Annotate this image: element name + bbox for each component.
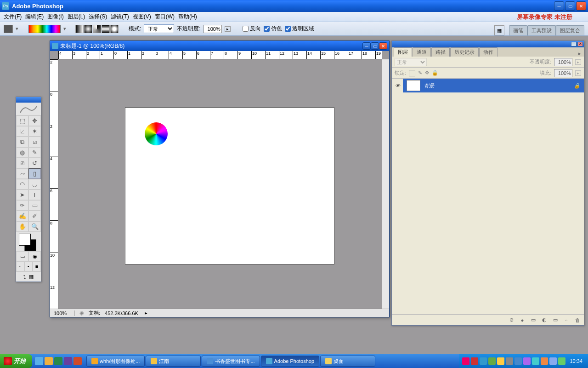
tool-zoom[interactable]: 🔍 (28, 221, 41, 232)
tray-icon[interactable] (506, 357, 513, 365)
menu-help[interactable]: 帮助(H) (176, 12, 199, 22)
tool-shape[interactable]: ▭ (28, 200, 41, 211)
panel-minimize[interactable]: ─ (571, 42, 577, 46)
tool-slice[interactable]: ⧄ (28, 137, 41, 147)
minimize-button[interactable]: ─ (554, 1, 564, 11)
new-layer-icon[interactable]: ▫ (563, 317, 570, 323)
palette-well-icon[interactable]: ▦ (494, 25, 504, 35)
start-button[interactable]: 开始 (0, 354, 32, 368)
ql-app2-icon[interactable] (64, 357, 72, 365)
panel-menu-icon[interactable]: ▸ (576, 51, 584, 57)
group-icon[interactable]: ▭ (552, 317, 559, 323)
layer-style-icon[interactable]: ● (519, 317, 526, 323)
taskbar-clock[interactable]: 10:34 (567, 358, 585, 364)
gradient-radial[interactable] (84, 25, 92, 33)
tray-icon[interactable] (462, 357, 469, 365)
layer-opacity-input[interactable] (554, 58, 572, 66)
taskbar-button[interactable]: 书香盛世图书专... (202, 356, 260, 367)
tray-icon[interactable] (523, 357, 531, 365)
delete-layer-icon[interactable]: 🗑 (574, 317, 581, 323)
foreground-background-swatches[interactable] (16, 232, 41, 251)
tool-crop[interactable]: ⧉ (16, 137, 28, 147)
panel-close[interactable]: ✕ (577, 42, 583, 46)
ruler-horizontal[interactable]: 432101234567891011121314151617181920 (58, 51, 382, 59)
tray-icon[interactable] (541, 357, 548, 365)
tab-actions[interactable]: 动作 (479, 47, 498, 57)
doc-scrollbar-vertical[interactable] (382, 59, 389, 309)
tool-preset-picker[interactable] (4, 25, 13, 33)
taskbar-button[interactable]: 江南 (146, 356, 201, 367)
ql-folder-icon[interactable] (45, 357, 53, 365)
tab-layer-comps[interactable]: 图层复合 (556, 25, 584, 35)
ql-app1-icon[interactable] (54, 357, 62, 365)
taskbar-button[interactable]: whh/图形图像处... (86, 356, 145, 367)
doc-minimize[interactable]: ─ (362, 42, 371, 50)
menu-edit[interactable]: 编辑(E) (23, 12, 45, 22)
opacity-input[interactable] (204, 25, 222, 33)
tray-icon[interactable] (480, 357, 487, 365)
menu-filter[interactable]: 滤镜(T) (109, 12, 130, 22)
zoom-level[interactable]: 100% (52, 310, 75, 316)
blend-mode-select[interactable]: 正常 (144, 24, 174, 33)
layer-fill-slider[interactable]: ▸ (575, 70, 581, 76)
tool-history-brush[interactable]: ↺ (28, 158, 41, 168)
screen-menubar[interactable]: ▪ (24, 261, 33, 271)
tray-icon[interactable] (558, 357, 565, 365)
lock-all-icon[interactable]: 🔒 (432, 70, 438, 76)
gradient-reflected[interactable] (102, 25, 110, 33)
tool-type[interactable]: T (28, 190, 41, 200)
opacity-slider-toggle[interactable]: ▸ (225, 26, 231, 32)
lock-move-icon[interactable]: ✥ (425, 70, 429, 76)
tool-hand[interactable]: ✋ (16, 221, 28, 232)
tab-tool-presets[interactable]: 工具预设 (527, 25, 556, 35)
menu-layer[interactable]: 图层(L) (66, 12, 87, 22)
adjustment-layer-icon[interactable]: ◐ (541, 317, 548, 323)
layer-blend-mode[interactable]: 正常 (395, 58, 427, 66)
tool-move[interactable]: ✥ (28, 115, 41, 126)
gradient-linear[interactable] (75, 25, 84, 33)
quickmask-mode[interactable]: ◉ (28, 251, 41, 261)
tab-paths[interactable]: 路径 (431, 47, 450, 57)
tool-gradient[interactable]: ▯ (28, 168, 41, 179)
tray-icon[interactable] (532, 357, 539, 365)
tool-blur[interactable]: ◠ (16, 179, 28, 190)
doc-maximize[interactable]: ▭ (371, 42, 379, 50)
taskbar-button[interactable]: Adobe Photoshop (261, 356, 319, 367)
lock-brush-icon[interactable]: ✎ (418, 70, 422, 76)
tool-stamp[interactable]: ⎚ (16, 158, 28, 168)
tab-brushes[interactable]: 画笔 (509, 25, 527, 35)
tab-layers[interactable]: 图层 (394, 47, 412, 57)
tool-dodge[interactable]: ◡ (28, 179, 41, 190)
taskbar-button[interactable]: 桌面 (320, 356, 375, 367)
gradient-diamond[interactable] (110, 25, 119, 33)
layer-fill-input[interactable] (554, 69, 572, 77)
tray-icon[interactable] (549, 357, 557, 365)
ruler-vertical[interactable]: 2024681012 (50, 59, 58, 309)
tool-path-select[interactable]: ➤ (16, 190, 28, 200)
tool-notes[interactable]: ✍ (16, 211, 28, 221)
tool-eraser[interactable]: ▱ (16, 168, 28, 179)
layer-thumbnail[interactable] (407, 80, 420, 91)
standard-mode[interactable]: ▭ (16, 251, 28, 261)
tool-lasso[interactable]: ⟀ (16, 126, 28, 137)
tool-wand[interactable]: ✶ (28, 126, 41, 137)
foreground-color[interactable] (19, 234, 31, 246)
tool-brush[interactable]: ✎ (28, 147, 41, 158)
menu-file[interactable]: 文件(F) (2, 12, 23, 22)
tray-icon[interactable] (488, 357, 496, 365)
tool-eyedropper[interactable]: ✐ (28, 211, 41, 221)
tools-drag-handle[interactable] (16, 97, 41, 103)
gradient-angle[interactable] (93, 25, 101, 33)
canvas[interactable] (125, 107, 334, 264)
close-button[interactable]: ✕ (576, 1, 586, 11)
screen-standard[interactable]: ▫ (16, 261, 24, 271)
layer-opacity-slider[interactable]: ▸ (575, 59, 581, 65)
tray-icon[interactable] (471, 357, 478, 365)
layer-mask-icon[interactable]: ▭ (530, 317, 537, 323)
ql-ie-icon[interactable] (35, 357, 43, 365)
screen-full[interactable]: ■ (33, 261, 41, 271)
layer-row-background[interactable]: 👁 背景 🔒 (392, 79, 584, 92)
tray-icon[interactable] (514, 357, 522, 365)
transparency-checkbox[interactable]: 透明区域 (285, 25, 314, 33)
menu-image[interactable]: 图像(I) (45, 12, 65, 22)
